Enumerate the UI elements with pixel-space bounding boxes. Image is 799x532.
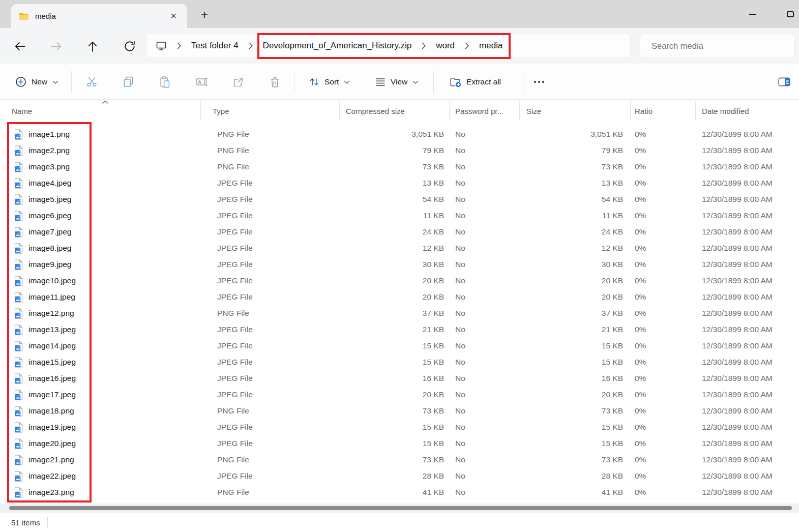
address-bar[interactable]: Test folder 4 Development_of_American_Hi… xyxy=(146,34,631,58)
cut-button[interactable] xyxy=(80,71,103,93)
file-password: No xyxy=(450,162,520,171)
file-row[interactable]: image9.jpeg JPEG File 30 KB No 30 KB 0% … xyxy=(0,256,799,273)
chevron-down-icon xyxy=(412,80,419,84)
new-button-label: New xyxy=(32,77,47,86)
file-ratio: 0% xyxy=(631,341,696,350)
file-row[interactable]: image22.jpeg JPEG File 28 KB No 28 KB 0%… xyxy=(0,468,799,484)
navigation-bar: Test folder 4 Development_of_American_Hi… xyxy=(0,28,799,64)
items-count: 51 items xyxy=(11,518,40,527)
file-date-modified: 12/30/1899 8:00 AM xyxy=(696,179,799,188)
folder-icon xyxy=(19,12,29,20)
trash-icon xyxy=(270,77,280,87)
file-row[interactable]: image13.jpeg JPEG File 21 KB No 21 KB 0%… xyxy=(0,321,799,338)
file-compressed-size: 12 KB xyxy=(340,244,450,253)
file-row[interactable]: image15.jpeg JPEG File 15 KB No 15 KB 0%… xyxy=(0,354,799,370)
column-header-password[interactable]: Password pr... xyxy=(450,101,520,121)
file-row[interactable]: image11.jpeg JPEG File 20 KB No 20 KB 0%… xyxy=(0,289,799,305)
image-file-icon xyxy=(14,259,23,270)
explorer-tab[interactable]: media × xyxy=(11,4,187,28)
horizontal-scrollbar[interactable] xyxy=(0,504,799,513)
file-row[interactable]: image20.jpeg JPEG File 15 KB No 15 KB 0%… xyxy=(0,435,799,452)
column-header-ratio[interactable]: Ratio xyxy=(631,101,696,121)
file-type: JPEG File xyxy=(201,471,340,481)
file-row[interactable]: image18.png PNG File 73 KB No 73 KB 0% 1… xyxy=(0,403,799,419)
more-options-button[interactable] xyxy=(528,71,550,93)
file-compressed-size: 20 KB xyxy=(340,276,450,285)
file-row[interactable]: image7.jpeg JPEG File 24 KB No 24 KB 0% … xyxy=(0,224,799,240)
file-name: image14.jpeg xyxy=(28,341,76,350)
file-row[interactable]: image14.jpeg JPEG File 15 KB No 15 KB 0%… xyxy=(0,338,799,354)
file-type: JPEG File xyxy=(201,423,340,432)
delete-button[interactable] xyxy=(263,71,286,93)
more-options-icon xyxy=(534,81,544,83)
file-row[interactable]: image8.jpeg JPEG File 12 KB No 12 KB 0% … xyxy=(0,240,799,256)
file-row[interactable]: image23.png PNG File 41 KB No 41 KB 0% 1… xyxy=(0,484,799,500)
breadcrumb-segment-root[interactable]: Test folder 4 xyxy=(191,41,239,51)
breadcrumb-segment-zip[interactable]: Development_of_American_History.zip xyxy=(263,41,412,51)
file-compressed-size: 79 KB xyxy=(340,146,450,155)
file-size: 15 KB xyxy=(520,341,631,350)
refresh-button[interactable] xyxy=(124,40,136,52)
file-name-cell: image15.jpeg xyxy=(0,357,201,368)
copy-button[interactable] xyxy=(117,71,139,93)
column-header-date-modified[interactable]: Date modified xyxy=(696,101,799,121)
extract-all-icon xyxy=(450,77,461,87)
forward-button[interactable] xyxy=(50,40,63,52)
column-header-compressed-size[interactable]: Compressed size xyxy=(340,101,450,121)
column-header-size[interactable]: Size xyxy=(520,101,631,121)
file-type: JPEG File xyxy=(201,260,340,269)
file-name-cell: image11.jpeg xyxy=(0,292,201,303)
this-pc-icon xyxy=(156,40,167,51)
file-type: PNG File xyxy=(201,406,340,416)
file-name-cell: image8.jpeg xyxy=(0,243,201,254)
file-size: 79 KB xyxy=(520,146,631,155)
file-compressed-size: 21 KB xyxy=(340,325,450,334)
image-file-icon xyxy=(14,145,23,156)
file-date-modified: 12/30/1899 8:00 AM xyxy=(696,130,799,139)
view-button[interactable]: View xyxy=(369,71,425,93)
file-row[interactable]: image10.jpeg JPEG File 20 KB No 20 KB 0%… xyxy=(0,273,799,289)
file-ratio: 0% xyxy=(631,292,696,302)
file-row[interactable]: image19.jpeg JPEG File 15 KB No 15 KB 0%… xyxy=(0,419,799,435)
rename-icon xyxy=(195,77,208,87)
file-row[interactable]: image5.jpeg JPEG File 54 KB No 54 KB 0% … xyxy=(0,191,799,208)
file-row[interactable]: image6.jpeg JPEG File 11 KB No 11 KB 0% … xyxy=(0,208,799,224)
breadcrumb-segment-media[interactable]: media xyxy=(479,41,502,51)
image-file-icon xyxy=(14,211,23,221)
column-header-name[interactable]: Name xyxy=(0,101,201,121)
paste-button[interactable] xyxy=(154,71,176,93)
file-row[interactable]: image1.png PNG File 3,051 KB No 3,051 KB… xyxy=(0,126,799,142)
sort-button[interactable]: Sort xyxy=(303,71,356,93)
image-file-icon xyxy=(14,227,23,238)
search-input[interactable] xyxy=(640,34,794,58)
image-file-icon xyxy=(14,308,23,319)
horizontal-scrollbar-thumb[interactable] xyxy=(9,506,792,510)
toolbar-divider xyxy=(524,71,524,93)
file-row[interactable]: image12.png PNG File 37 KB No 37 KB 0% 1… xyxy=(0,305,799,321)
breadcrumb-segment-word[interactable]: word xyxy=(436,41,455,51)
file-ratio: 0% xyxy=(631,455,696,464)
file-name-cell: image22.jpeg xyxy=(0,471,201,482)
file-row[interactable]: image16.jpeg JPEG File 16 KB No 16 KB 0%… xyxy=(0,370,799,387)
file-row[interactable]: image4.jpeg JPEG File 13 KB No 13 KB 0% … xyxy=(0,175,799,191)
file-name: image6.jpeg xyxy=(28,211,71,220)
file-row[interactable]: image3.png PNG File 73 KB No 73 KB 0% 12… xyxy=(0,159,799,175)
extract-all-button[interactable]: Extract all xyxy=(443,71,507,93)
column-header-type[interactable]: Type xyxy=(201,101,340,121)
preview-pane-toggle[interactable] xyxy=(773,71,795,93)
new-tab-button[interactable]: + xyxy=(196,7,213,23)
file-date-modified: 12/30/1899 8:00 AM xyxy=(696,195,799,204)
new-button[interactable]: New xyxy=(9,71,65,93)
file-name: image19.jpeg xyxy=(28,423,76,432)
tab-close-icon[interactable]: × xyxy=(166,9,181,24)
rename-button[interactable] xyxy=(190,71,213,93)
maximize-button[interactable] xyxy=(778,0,799,28)
file-row[interactable]: image2.png PNG File 79 KB No 79 KB 0% 12… xyxy=(0,142,799,159)
back-button[interactable] xyxy=(14,40,26,52)
up-button[interactable] xyxy=(86,40,99,52)
share-button[interactable] xyxy=(227,71,249,93)
file-ratio: 0% xyxy=(631,390,696,399)
file-row[interactable]: image21.png PNG File 73 KB No 73 KB 0% 1… xyxy=(0,452,799,468)
minimize-button[interactable] xyxy=(740,0,765,28)
file-row[interactable]: image17.jpeg JPEG File 20 KB No 20 KB 0%… xyxy=(0,387,799,403)
